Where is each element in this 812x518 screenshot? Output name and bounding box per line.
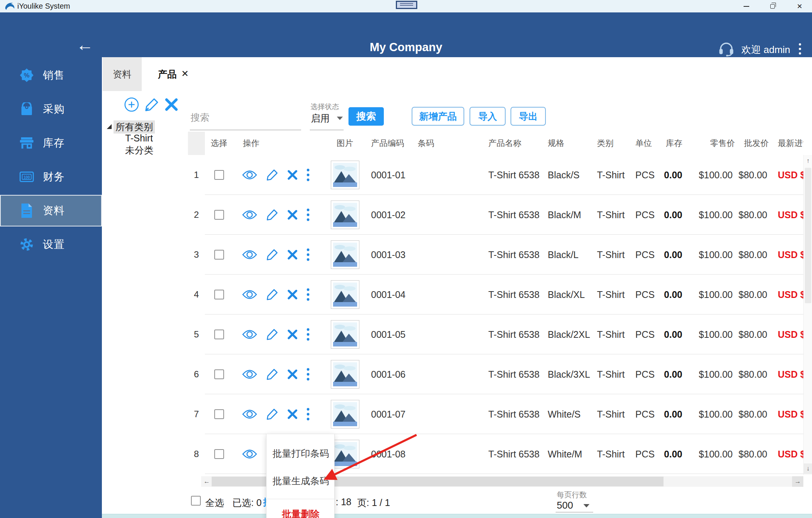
cell-barcode (412, 394, 483, 434)
row-checkbox[interactable] (214, 330, 224, 339)
scroll-right-icon[interactable]: → (792, 476, 803, 487)
delete-icon[interactable] (287, 369, 298, 380)
cell-product-name: T-Shirt 6538 (483, 235, 543, 275)
delete-icon[interactable] (287, 409, 298, 419)
tree-node-tshirt[interactable]: T-Shirt (125, 133, 153, 144)
support-headset-icon[interactable] (718, 41, 735, 56)
tree-expander-icon[interactable] (107, 124, 112, 129)
edit-icon[interactable] (266, 408, 279, 421)
view-icon[interactable] (242, 369, 257, 380)
edit-icon[interactable] (266, 208, 279, 221)
column-header-actions: 操作 (233, 132, 323, 155)
sidebar-item-finance[interactable]: 100 财务 (0, 161, 102, 193)
view-icon[interactable] (242, 249, 257, 260)
cell-wholesale-price: $80.00 (735, 314, 769, 354)
sidebar-item-data[interactable]: 资料 (0, 195, 102, 226)
export-button[interactable]: 导出 (511, 107, 546, 126)
close-button[interactable]: ✕ (791, 0, 808, 12)
more-kebab-icon[interactable] (306, 168, 310, 182)
total-count-label: : 18 (336, 497, 351, 507)
row-checkbox[interactable] (214, 369, 224, 379)
row-checkbox[interactable] (214, 210, 224, 220)
scroll-left-icon[interactable]: ← (201, 476, 212, 487)
delete-icon[interactable] (287, 210, 298, 220)
sidebar-item-purchase[interactable]: 采购 (0, 93, 102, 125)
status-select[interactable]: 启用 (311, 112, 330, 125)
add-category-button[interactable] (124, 97, 139, 112)
titlebar-input-indicator-icon[interactable] (396, 1, 417, 9)
sidebar-item-settings[interactable]: 设置 (0, 229, 102, 260)
menu-item-batch-delete[interactable]: 批量删除 (267, 508, 335, 518)
row-checkbox[interactable] (214, 250, 224, 260)
view-icon[interactable] (242, 409, 257, 419)
sidebar-item-sales[interactable]: % 销售 (0, 59, 102, 91)
more-kebab-icon[interactable] (306, 328, 310, 341)
product-image (331, 280, 359, 309)
cell-product-code: 0001-01 (367, 155, 412, 195)
more-kebab-icon[interactable] (306, 288, 310, 301)
delete-icon[interactable] (287, 289, 298, 300)
add-product-button[interactable]: 新增产品 (412, 107, 464, 126)
row-checkbox[interactable] (214, 170, 224, 180)
row-index: 3 (188, 235, 205, 275)
search-button[interactable]: 搜索 (348, 107, 384, 126)
row-checkbox[interactable] (214, 449, 224, 459)
select-all-checkbox[interactable] (191, 496, 201, 506)
search-input[interactable]: 搜索 (191, 111, 209, 124)
edit-icon[interactable] (266, 368, 279, 381)
row-checkbox[interactable] (214, 290, 224, 299)
delete-icon[interactable] (287, 249, 298, 260)
more-kebab-icon[interactable] (306, 368, 310, 381)
rows-per-page-select[interactable]: 500 (557, 500, 573, 511)
edit-icon[interactable] (266, 328, 279, 341)
cell-spec: Black/XL (543, 275, 594, 314)
more-kebab-icon[interactable] (306, 248, 310, 261)
delete-icon[interactable] (287, 170, 298, 180)
select-all-label[interactable]: 全选 (205, 497, 224, 509)
cell-barcode (412, 275, 483, 314)
selected-count-label: 已选: 0 (232, 497, 262, 509)
view-icon[interactable] (242, 289, 257, 300)
vertical-scrollbar-thumb[interactable] (805, 168, 811, 303)
tab-close-icon[interactable]: ✕ (181, 68, 189, 79)
edit-icon[interactable] (266, 169, 279, 181)
cell-stock: 0.00 (662, 394, 682, 434)
view-icon[interactable] (242, 170, 257, 180)
cell-latest-purchase-price: USD $5 (769, 394, 803, 434)
minimize-button[interactable] (738, 0, 755, 12)
cell-product-code: 0001-03 (367, 235, 412, 275)
row-checkbox[interactable] (214, 409, 224, 419)
import-button[interactable]: 导入 (470, 107, 506, 126)
tab-label: 产品 (158, 68, 177, 81)
sidebar-item-inventory[interactable]: 库存 (0, 127, 102, 159)
edit-icon[interactable] (266, 248, 279, 261)
cell-wholesale-price: $80.00 (735, 155, 769, 195)
cell-barcode (412, 354, 483, 394)
scroll-down-icon[interactable]: ↓ (804, 463, 812, 474)
edit-category-button[interactable] (144, 97, 159, 112)
rows-per-page-caret-icon[interactable] (583, 504, 589, 507)
cell-stock: 0.00 (662, 354, 682, 394)
cell-retail-price: $100.00 (682, 354, 735, 394)
view-icon[interactable] (242, 449, 257, 459)
cell-retail-price: $100.00 (682, 394, 735, 434)
delete-category-button[interactable] (165, 98, 178, 111)
status-caret-icon[interactable] (337, 117, 343, 120)
more-kebab-icon[interactable] (306, 208, 310, 222)
view-icon[interactable] (242, 210, 257, 220)
tree-node-uncategorized[interactable]: 未分类 (125, 144, 153, 156)
tab-data[interactable]: 资料 (103, 57, 142, 91)
cell-barcode (412, 314, 483, 354)
scroll-up-icon[interactable]: ↑ (804, 156, 812, 166)
header-menu-kebab-icon[interactable] (796, 41, 804, 57)
tree-node-all-categories[interactable]: 所有类别 (114, 120, 155, 134)
view-icon[interactable] (242, 329, 257, 340)
maximize-button[interactable] (764, 0, 781, 12)
row-actions (233, 195, 323, 235)
edit-icon[interactable] (266, 288, 279, 301)
delete-icon[interactable] (287, 329, 298, 340)
more-kebab-icon[interactable] (306, 407, 310, 421)
tab-product[interactable]: 产品 (150, 57, 198, 91)
vertical-scrollbar[interactable]: ↑ ↓ (803, 155, 812, 475)
cell-retail-price: $100.00 (682, 235, 735, 275)
